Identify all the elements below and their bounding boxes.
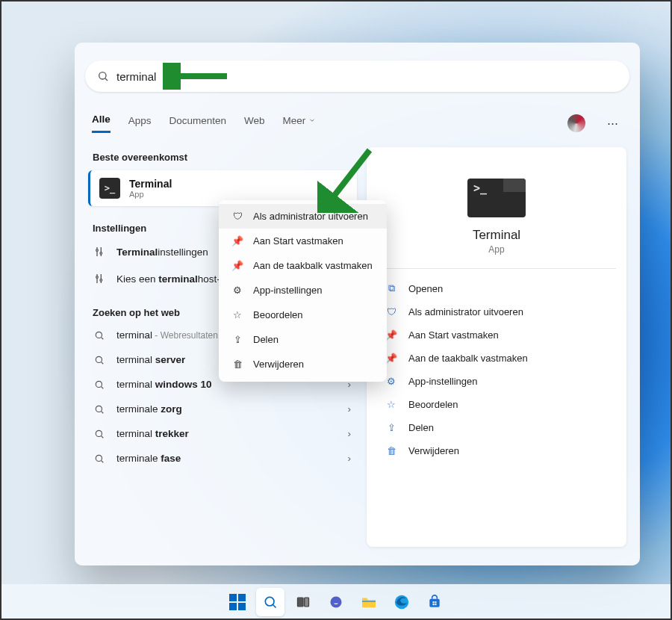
overflow-button[interactable]: ⋯ — [603, 117, 623, 130]
tab-documents[interactable]: Documenten — [169, 115, 227, 132]
context-menu: 🛡Als administrator uitvoeren 📌Aan Start … — [219, 200, 387, 382]
action-share[interactable]: ⇪Delen — [382, 416, 612, 439]
web-result-2-text: terminal windows 10 — [116, 379, 212, 390]
svg-line-13 — [102, 362, 104, 364]
store-icon — [427, 595, 442, 610]
web-result-3[interactable]: terminale zorg › — [88, 397, 357, 421]
svg-line-11 — [102, 337, 104, 339]
tab-more[interactable]: Meer — [283, 115, 317, 132]
svg-point-14 — [96, 381, 102, 387]
ctx-pin-taskbar[interactable]: 📌Aan de taakbalk vastmaken — [219, 253, 387, 278]
preview-subtitle: App — [382, 244, 612, 255]
sliders-icon — [94, 246, 108, 258]
svg-rect-29 — [362, 601, 376, 602]
svg-rect-34 — [433, 604, 435, 605]
best-match-title: Terminal — [129, 178, 172, 190]
folder-icon — [361, 595, 377, 609]
filter-tabs: Alle Apps Documenten Web Meer ⋯ — [92, 108, 623, 138]
preview-title: Terminal — [382, 228, 612, 243]
preview-actions: ⧉Openen 🛡Als administrator uitvoeren 📌Aa… — [382, 276, 612, 462]
tab-apps[interactable]: Apps — [128, 115, 152, 132]
search-icon — [97, 70, 109, 82]
gear-icon: ⚙ — [385, 376, 398, 387]
action-pin-taskbar[interactable]: 📌Aan de taakbalk vastmaken — [382, 347, 612, 370]
svg-point-16 — [96, 406, 102, 412]
share-icon: ⇪ — [385, 422, 398, 433]
svg-rect-33 — [435, 601, 436, 603]
svg-point-5 — [100, 252, 102, 255]
search-icon — [94, 429, 108, 439]
action-run-admin[interactable]: 🛡Als administrator uitvoeren — [382, 300, 612, 323]
svg-point-28 — [331, 597, 342, 608]
chevron-right-icon: › — [348, 428, 352, 439]
web-result-0-text: terminal - Webresultaten — [116, 329, 218, 341]
annotation-arrow-1 — [163, 63, 230, 90]
svg-line-1 — [105, 78, 108, 81]
ctx-app-settings[interactable]: ⚙App-instellingen — [219, 278, 387, 303]
svg-line-23 — [328, 150, 370, 204]
best-match-subtitle: App — [129, 190, 172, 199]
terminal-app-icon — [467, 179, 526, 217]
divider — [377, 268, 616, 269]
share-icon: ⇪ — [231, 334, 244, 345]
svg-point-12 — [96, 356, 102, 362]
web-result-5[interactable]: terminale fase › — [88, 446, 357, 471]
svg-rect-31 — [429, 599, 439, 607]
taskbar-edge[interactable] — [388, 588, 416, 616]
taskbar-store[interactable] — [420, 588, 449, 616]
ctx-uninstall[interactable]: 🗑Verwijderen — [219, 352, 387, 376]
account-avatar[interactable] — [567, 114, 585, 132]
web-result-1-text: terminal server — [116, 354, 185, 365]
svg-point-20 — [96, 455, 102, 461]
svg-line-15 — [102, 386, 104, 388]
chevron-right-icon: › — [348, 453, 352, 464]
ctx-rate[interactable]: ☆Beoordelen — [219, 303, 387, 327]
action-open[interactable]: ⧉Openen — [382, 276, 612, 300]
annotation-arrow-2 — [317, 146, 377, 213]
search-icon — [94, 355, 108, 365]
action-pin-start[interactable]: 📌Aan Start vastmaken — [382, 323, 612, 347]
pin-icon: 📌 — [231, 235, 244, 247]
taskbar — [0, 584, 672, 620]
taskbar-chat[interactable] — [322, 588, 350, 616]
tab-more-label: Meer — [283, 115, 306, 126]
taskbar-explorer[interactable] — [355, 588, 383, 616]
task-view[interactable] — [289, 588, 317, 616]
search-icon — [94, 379, 108, 390]
edge-icon — [393, 594, 410, 610]
chevron-right-icon: › — [348, 403, 352, 415]
action-uninstall[interactable]: 🗑Verwijderen — [382, 439, 612, 462]
search-icon — [94, 330, 108, 341]
chevron-down-icon — [308, 117, 316, 124]
svg-point-3 — [96, 249, 99, 252]
web-result-3-text: terminale zorg — [116, 403, 182, 415]
taskbar-search[interactable] — [256, 588, 284, 616]
search-icon — [94, 404, 108, 415]
svg-point-24 — [265, 597, 274, 606]
ctx-share[interactable]: ⇪Delen — [219, 327, 387, 352]
ctx-pin-start[interactable]: 📌Aan Start vastmaken — [219, 229, 387, 253]
action-app-settings[interactable]: ⚙App-instellingen — [382, 370, 612, 393]
tab-web[interactable]: Web — [244, 115, 265, 132]
chat-icon — [329, 595, 343, 610]
svg-point-0 — [99, 72, 106, 79]
svg-rect-35 — [435, 604, 436, 605]
svg-point-18 — [96, 430, 102, 436]
sliders-icon — [94, 273, 108, 285]
task-view-icon — [296, 595, 311, 610]
start-button[interactable] — [223, 588, 252, 616]
svg-rect-27 — [305, 598, 309, 607]
trash-icon: 🗑 — [385, 445, 398, 456]
web-result-4[interactable]: terminal trekker › — [88, 421, 357, 446]
star-icon: ☆ — [385, 399, 398, 410]
search-icon — [94, 453, 108, 464]
action-rate[interactable]: ☆Beoordelen — [382, 393, 612, 416]
tab-all[interactable]: Alle — [92, 114, 111, 133]
section-best-match: Beste overeenkomst — [88, 147, 357, 167]
settings-result-0-text: Terminalinstellingen — [116, 247, 208, 258]
web-result-5-text: terminale fase — [116, 453, 181, 464]
svg-rect-32 — [433, 601, 435, 603]
gear-icon: ⚙ — [231, 285, 244, 296]
star-icon: ☆ — [231, 309, 244, 320]
svg-line-19 — [102, 435, 104, 438]
